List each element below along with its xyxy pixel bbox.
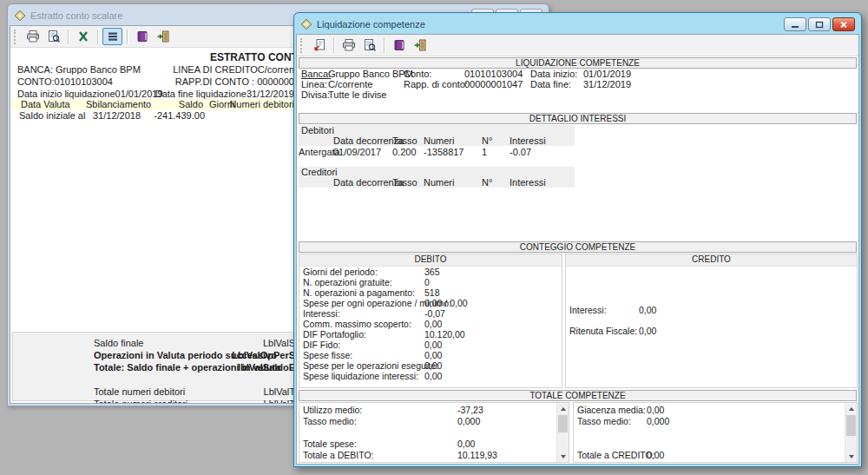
app-diamond-icon [14, 10, 26, 22]
scroll-up-icon[interactable] [845, 403, 857, 414]
print-icon [342, 38, 356, 52]
print-button[interactable] [339, 36, 358, 54]
liquidazione-content: LIQUIDAZIONE COMPETENZE Banca: Gruppo Ba… [297, 56, 858, 464]
exit-button[interactable] [153, 28, 173, 45]
linea-credito-field: LINEA DI CREDITOC/corren [10, 64, 294, 75]
exit-button[interactable] [410, 36, 430, 54]
scroll-thumb[interactable] [846, 415, 856, 436]
totale-debito-scrollbar[interactable] [556, 403, 569, 462]
totale-credito-panel: Giacenza media:0,00 Tasso medio:0,000 To… [573, 402, 858, 463]
rapp-conto-label: Rapp. di conto: [404, 79, 468, 89]
col-interessi: Interessi [510, 177, 546, 188]
cell-interessi: -0.07 [510, 147, 531, 157]
item-value: 0,00 [424, 350, 442, 360]
item-value: 0,00 [457, 439, 475, 449]
minimize-icon [791, 21, 799, 29]
help-book-button[interactable] [389, 36, 409, 54]
item-value: 0,00 [424, 371, 442, 381]
debitori-row[interactable]: Antergata 01/09/2017 0.200 -1358817 1 -0… [299, 147, 575, 157]
item-value: 518 [424, 287, 440, 298]
summary-label: Totale numeri creditori [94, 399, 187, 403]
export-report-button[interactable] [309, 36, 329, 54]
cell-n: 1 [482, 147, 487, 157]
item-value: 0,00 [424, 340, 442, 350]
summary-value: lblValSaldoE [213, 362, 295, 373]
item-label: Tasso medio: [303, 416, 357, 426]
item-label: Giacenza media: [577, 405, 646, 415]
scroll-down-icon[interactable] [845, 451, 857, 462]
debito-header: DEBITO [299, 254, 562, 267]
liquidazione-toolbar [297, 35, 858, 56]
toolbar-separator [127, 30, 128, 44]
creditori-group-bar: Creditori [299, 167, 575, 177]
item-label: DIF Portafoglio: [303, 329, 366, 340]
data-inizio-value: 01/01/2019 [583, 69, 631, 79]
item-value: 0,00 / 0,00 [424, 298, 468, 308]
item-label: Utilizzo medio: [303, 405, 362, 415]
item-label: Totale a DEBITO: [303, 450, 374, 460]
exit-icon [413, 38, 427, 52]
item-value: -0,07 [424, 308, 445, 319]
row-saldo: -241.439.00 [12, 110, 205, 121]
minimize-button[interactable] [784, 17, 806, 31]
banca-label: Banca: [301, 69, 331, 79]
col-numeri-debitori: Numeri debitori [212, 99, 294, 109]
item-label: Comm. massimo scoperto: [303, 319, 411, 329]
print-preview-icon [47, 30, 61, 43]
col-n: N° [482, 135, 492, 146]
item-value: 0,00 [424, 360, 442, 371]
scroll-up-icon[interactable] [557, 403, 569, 414]
data-fine-field: Data fine liquidazione31/12/2019 [10, 89, 294, 99]
col-numeri: Numeri [424, 135, 454, 146]
print-preview-button[interactable] [43, 28, 63, 45]
item-label: N. operazioni a pagamento: [303, 287, 415, 298]
item-value: 0,000 [457, 416, 480, 426]
excel-export-button[interactable] [73, 28, 93, 45]
section-conteggio-header: CONTEGGIO COMPETENZE [299, 241, 857, 253]
liquidazione-titlebar[interactable]: Liquidazione competenze [296, 15, 859, 34]
item-label: Interessi: [569, 305, 607, 315]
col-tasso: Tasso [392, 177, 418, 188]
scalare-view-button[interactable] [102, 28, 122, 45]
col-n: N° [482, 177, 492, 188]
item-label: Spese fisse: [303, 350, 352, 360]
section-liquidazione-header: LIQUIDAZIONE COMPETENZE [299, 57, 857, 69]
item-label: N. operazioni gratuite: [303, 277, 392, 287]
help-book-icon [135, 30, 149, 43]
summary-value: LblValS [213, 338, 295, 348]
scroll-thumb[interactable] [558, 415, 568, 432]
item-label: DIF Fido: [303, 340, 340, 350]
print-preview-button[interactable] [359, 36, 379, 54]
toolbar-grip[interactable] [14, 30, 18, 44]
item-label: Ritenuta Fiscale: [569, 326, 637, 336]
conteggio-debito-panel: DEBITO Giorni del periodo:365 N. operazi… [299, 254, 562, 388]
help-book-icon [392, 38, 406, 52]
item-value: -37,23 [457, 405, 483, 415]
item-value: 10.120,00 [424, 329, 465, 340]
print-button[interactable] [23, 28, 43, 45]
col-saldo: Saldo [12, 99, 203, 109]
credito-header: CREDITO [566, 254, 857, 267]
debitori-group-bar: Debitori [299, 125, 575, 135]
maximize-button[interactable] [808, 17, 831, 31]
item-label: Interessi: [303, 308, 340, 319]
divisa-value: Tutte le divise [328, 89, 386, 100]
col-interessi: Interessi [510, 135, 546, 146]
data-inizio-label: Data inizio: [530, 69, 577, 79]
toolbar-separator [68, 30, 69, 44]
print-icon [26, 30, 40, 43]
cell-tasso: 0.200 [392, 147, 417, 157]
conto-label: Conto: [404, 69, 431, 79]
close-icon [839, 21, 848, 29]
conteggio-credito-panel: CREDITO Interessi:0,00 Ritenuta Fiscale:… [565, 254, 858, 388]
totale-credito-scrollbar[interactable] [845, 403, 857, 462]
help-book-button[interactable] [132, 28, 152, 45]
item-label: Giorni del periodo: [303, 267, 378, 277]
liquidazione-window[interactable]: Liquidazione competenze [293, 12, 862, 467]
scroll-down-icon[interactable] [557, 451, 569, 462]
close-button[interactable] [832, 17, 855, 31]
item-value: 0,00 [639, 326, 656, 336]
cell-data: 01/09/2017 [333, 147, 381, 157]
toolbar-grip[interactable] [300, 38, 305, 53]
summary-value: LblValT [213, 399, 295, 403]
